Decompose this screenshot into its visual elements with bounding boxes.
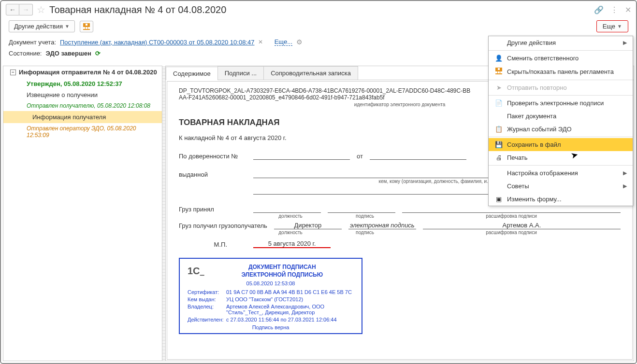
- caret-down-icon: ▼: [617, 24, 622, 29]
- doc-label: Документ учета:: [9, 39, 56, 46]
- menu-other-actions[interactable]: Другие действия ▶: [489, 36, 633, 49]
- menu-resend: ➤ Отправить повторно: [489, 81, 633, 94]
- chevron-right-icon: ▶: [623, 40, 627, 46]
- source-document-link[interactable]: Поступление (акт, накладная) СТ00-000003…: [60, 39, 254, 46]
- tree-approved: Утвержден, 05.08.2020 12:52:37: [23, 78, 162, 89]
- from-value: [370, 151, 466, 160]
- menu-edit-form[interactable]: ▣ Изменить форму...: [489, 193, 633, 206]
- position-value: Директор: [274, 222, 342, 229]
- hierarchy-icon: [495, 68, 502, 74]
- proxy-value: [253, 151, 350, 160]
- close-icon[interactable]: ✕: [625, 5, 631, 14]
- log-icon: 📋: [494, 126, 503, 133]
- window-title: Товарная накладная № 4 от 04.08.2020: [49, 4, 226, 15]
- menu-hide-show-panel[interactable]: Скрыть/показать панель регламента: [489, 65, 633, 79]
- send-icon: ➤: [494, 84, 503, 91]
- menu-event-log[interactable]: 📋 Журнал событий ЭДО: [489, 123, 633, 136]
- edit-form-icon: ▣: [494, 196, 503, 203]
- collapse-icon[interactable]: −: [10, 70, 16, 75]
- name-value: Артемов А.А.: [423, 222, 621, 229]
- menu-display-settings[interactable]: Настройка отображения ▶: [489, 167, 633, 180]
- menu-change-responsible[interactable]: 👤 Сменить ответственного: [489, 52, 633, 65]
- signature-value: электронная подпись: [348, 222, 416, 229]
- menu-save-to-file[interactable]: 💾 Сохранить в файл: [489, 138, 633, 151]
- hierarchy-icon: [83, 23, 90, 30]
- tab-signatures[interactable]: Подписи ...: [217, 66, 264, 80]
- verify-icon: 📄: [494, 99, 503, 107]
- signature-stamp: 1C⎯ ДОКУМЕНТ ПОДПИСАН ЭЛЕКТРОННОЙ ПОДПИС…: [179, 258, 362, 334]
- date-bottom: 5 августа 2020 г.: [253, 240, 331, 248]
- chevron-right-icon: ▶: [623, 170, 627, 176]
- tree-recipient-info[interactable]: Информация получателя: [3, 111, 162, 123]
- nav-buttons: ← →: [6, 4, 33, 15]
- chevron-right-icon: ▶: [623, 183, 627, 189]
- menu-tips[interactable]: Советы ▶: [489, 180, 633, 193]
- from-label: от: [357, 153, 363, 160]
- print-icon: 🖨: [494, 154, 503, 161]
- menu-verify-signatures[interactable]: 📄 Проверить электронные подписи: [489, 97, 633, 110]
- clear-link-icon[interactable]: ✕: [258, 39, 263, 45]
- more-menu: Другие действия ▶ 👤 Сменить ответственно…: [488, 36, 633, 206]
- user-swap-icon: 👤: [494, 55, 503, 62]
- logo-1c: 1C⎯: [188, 266, 204, 277]
- side-panel: − Информация отправителя № 4 от 04.08.20…: [3, 66, 162, 361]
- kebab-icon[interactable]: ⋮: [610, 5, 618, 14]
- proxy-label: По доверенности №: [179, 153, 246, 160]
- mp-label: М.П.: [179, 241, 246, 248]
- save-icon: 💾: [494, 141, 503, 148]
- caret-down-icon: ▼: [65, 24, 70, 29]
- hierarchy-button[interactable]: [80, 21, 93, 32]
- gear-icon[interactable]: ⚙: [296, 38, 303, 46]
- tree-header[interactable]: − Информация отправителя № 4 от 04.08.20…: [3, 66, 162, 78]
- issued-label: выданной: [179, 171, 246, 178]
- tree-receipt-notice[interactable]: Извещение о получении: [23, 89, 162, 100]
- other-actions-button[interactable]: Другие действия ▼: [9, 20, 75, 32]
- more-link[interactable]: Еще...: [275, 38, 292, 46]
- link-icon[interactable]: 🔗: [594, 5, 604, 14]
- favorite-icon[interactable]: ☆: [37, 4, 45, 15]
- menu-print[interactable]: 🖨 Печать: [489, 151, 633, 164]
- refresh-icon[interactable]: ⟳: [95, 50, 101, 57]
- forward-button[interactable]: →: [19, 4, 33, 15]
- back-button[interactable]: ←: [6, 4, 19, 15]
- tree-recipient-status: Отправлен оператору ЭДО, 05.08.2020 12:5…: [23, 123, 162, 140]
- tab-content[interactable]: Содержимое: [166, 67, 218, 80]
- state-value: ЭДО завершен: [45, 50, 91, 57]
- cargo-received-label: Груз получил грузополучатель: [179, 222, 267, 229]
- cargo-accepted-label: Груз принял: [179, 206, 246, 213]
- menu-doc-package[interactable]: Пакет документа: [489, 110, 633, 123]
- more-button[interactable]: Еще ▼: [596, 20, 628, 32]
- tree-receipt-status: Отправлен получателю, 05.08.2020 12:08:0…: [23, 100, 162, 111]
- state-label: Состояние:: [9, 50, 42, 57]
- tab-cover-note[interactable]: Сопроводительная записка: [263, 66, 358, 80]
